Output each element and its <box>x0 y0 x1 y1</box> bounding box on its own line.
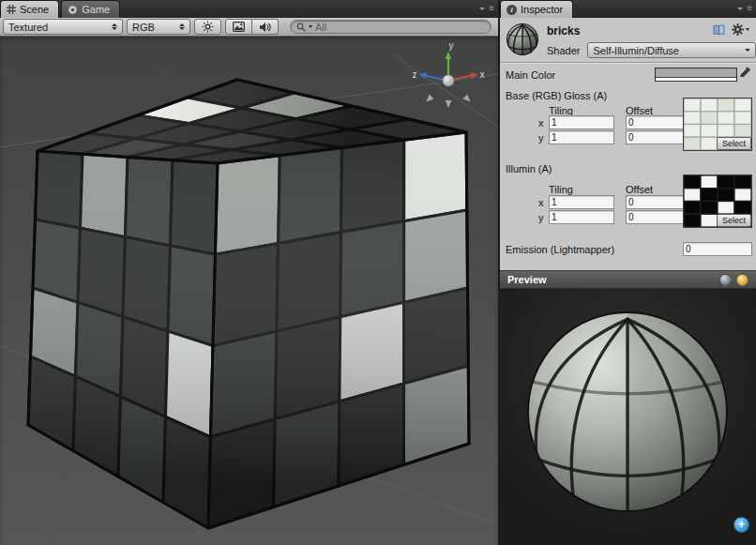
gizmo-axis-label: z <box>413 69 417 80</box>
orientation-gizmo[interactable]: yxz <box>413 40 485 108</box>
illumin-tiling-header: Tiling <box>549 184 573 195</box>
tab-scene-label: Scene <box>20 4 49 15</box>
emission-label: Emission (Lightmapper) <box>506 244 614 255</box>
preview-canvas <box>500 289 756 545</box>
gear-dropdown-icon <box>746 28 749 31</box>
chevron-down-icon <box>745 49 750 52</box>
divider <box>500 62 756 64</box>
color-swatch[interactable] <box>655 68 737 82</box>
illumin-select-button[interactable]: Select <box>717 214 751 227</box>
scene-canvas: yxz <box>0 37 498 545</box>
shader-label: Shader <box>547 45 580 56</box>
tab-game-label: Game <box>82 4 110 15</box>
illumin-y-label: y <box>538 212 544 223</box>
render-fx-toggle-button[interactable] <box>225 19 252 35</box>
base-select-button[interactable]: Select <box>717 137 751 150</box>
main-color-label: Main Color <box>506 69 555 81</box>
sun-icon <box>202 21 214 33</box>
add-preview-button[interactable]: + <box>733 517 749 533</box>
cube-face-left <box>28 151 218 528</box>
scene-pane-menu[interactable]: ≡ <box>479 4 494 13</box>
inspector-pane: i Inspector ≡ bricks <box>500 0 756 545</box>
draw-mode-value: Textured <box>8 22 48 33</box>
base-section-label: Base (RGB) Gloss (A) <box>506 90 607 101</box>
audio-toggle-button[interactable] <box>252 19 279 35</box>
base-tiling-x-input[interactable] <box>549 115 614 129</box>
cube-face-right <box>208 132 469 528</box>
emission-input[interactable] <box>683 242 752 256</box>
preview-header[interactable]: Preview <box>500 270 756 289</box>
illumin-offset-y-input[interactable] <box>626 210 688 224</box>
shader-row: Shader Self-Illumin/Diffuse <box>547 42 756 58</box>
preview-header-icons <box>719 274 748 286</box>
gizmo-axis-label: y <box>449 40 454 51</box>
alpha-bar <box>656 77 736 81</box>
material-name: bricks <box>547 24 580 38</box>
unity-editor-window: Scene Game ≡ Textured RGB <box>0 0 756 545</box>
eyedropper-icon[interactable] <box>739 66 751 78</box>
pane-dropdown-icon <box>737 8 743 10</box>
scene-tabstrip: Scene Game ≡ <box>0 0 498 18</box>
tab-inspector-label: Inspector <box>521 4 563 15</box>
color-mode-value: RGB <box>132 22 155 33</box>
shader-dropdown[interactable]: Self-Illumin/Diffuse <box>587 42 756 58</box>
base-tiling-y-input[interactable] <box>549 130 614 144</box>
tab-inspector[interactable]: i Inspector <box>500 0 573 18</box>
cube-face-shade <box>28 151 218 528</box>
scene-search[interactable] <box>290 20 491 34</box>
search-filter-dropdown-icon[interactable] <box>309 25 312 28</box>
base-x-label: x <box>538 117 544 129</box>
scene-toolbar: Textured RGB <box>0 18 498 37</box>
base-offset-y-input[interactable] <box>626 130 688 144</box>
material-sphere-icon <box>505 22 540 57</box>
illumin-x-label: x <box>538 197 544 208</box>
scene-grid-icon <box>7 5 16 14</box>
pane-dropdown-icon <box>479 8 485 10</box>
illumin-tiling-y-input[interactable] <box>549 210 614 224</box>
search-input[interactable] <box>315 22 485 33</box>
viewport-fx-group <box>225 19 279 35</box>
inspector-header-icons <box>713 23 749 36</box>
base-texture-thumbnail[interactable]: Select <box>683 98 752 151</box>
preview-light-toggle-icon[interactable] <box>736 274 748 286</box>
cube-face-shade <box>208 132 469 528</box>
inspector-body: bricks <box>500 18 756 270</box>
tab-game[interactable]: Game <box>61 0 120 18</box>
search-icon <box>296 23 306 32</box>
speaker-icon <box>259 22 271 33</box>
base-offset-x-input[interactable] <box>626 115 688 129</box>
lighting-toggle-button[interactable] <box>194 19 221 35</box>
preview-label: Preview <box>507 274 547 285</box>
preview-area[interactable]: + <box>500 289 756 545</box>
shader-value: Self-Illumin/Diffuse <box>593 45 679 56</box>
preview-sphere-toggle-icon[interactable] <box>719 274 732 286</box>
pane-menu-icon: ≡ <box>489 4 494 13</box>
illumin-offset-header: Offset <box>626 184 653 195</box>
illumin-texture-thumbnail[interactable]: Select <box>683 174 752 228</box>
illumin-tiling-x-input[interactable] <box>549 195 614 209</box>
game-icon <box>68 5 78 15</box>
scene-grid-line <box>394 55 498 127</box>
info-icon: i <box>507 5 517 15</box>
base-y-label: y <box>538 132 544 144</box>
draw-mode-dropdown[interactable]: Textured <box>3 19 123 35</box>
tab-scene[interactable]: Scene <box>0 0 59 18</box>
pane-menu-icon: ≡ <box>747 4 752 13</box>
scene-pane: Scene Game ≡ Textured RGB <box>0 0 498 545</box>
settings-gear-button[interactable] <box>732 23 749 36</box>
scene-viewport[interactable]: yxz <box>0 37 498 545</box>
inspector-tabstrip: i Inspector ≡ <box>500 0 756 18</box>
dropdown-arrows-icon <box>179 23 185 30</box>
gizmo-axis-label: x <box>480 69 485 80</box>
image-icon <box>233 22 245 32</box>
help-book-icon[interactable] <box>713 24 725 36</box>
dropdown-arrows-icon <box>112 23 117 30</box>
gear-icon <box>732 23 744 36</box>
illumin-section-label: Illumin (A) <box>506 163 552 174</box>
illumin-offset-x-input[interactable] <box>626 195 688 209</box>
inspector-pane-menu[interactable]: ≡ <box>737 4 752 13</box>
color-mode-dropdown[interactable]: RGB <box>127 19 190 35</box>
